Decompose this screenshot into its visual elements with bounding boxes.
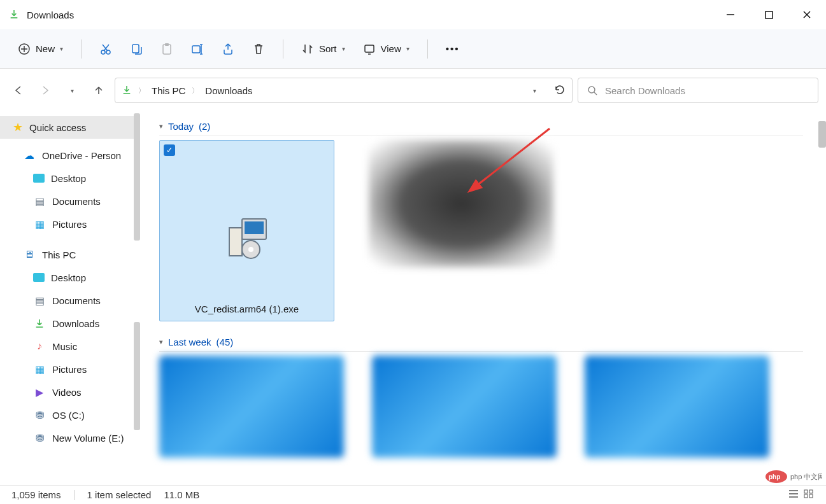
- new-button[interactable]: New ▾: [11, 36, 69, 62]
- sidebar-videos[interactable]: ▶ Videos: [0, 381, 139, 403]
- sidebar-desktop2[interactable]: Desktop: [0, 266, 139, 289]
- more-button[interactable]: •••: [439, 36, 466, 62]
- file-tile-selected[interactable]: ✓ VC_redist.arm64 (1).exe: [159, 140, 334, 321]
- search-icon: [587, 85, 597, 95]
- svg-text:php 中文网: php 中文网: [790, 473, 822, 480]
- svg-text:php: php: [769, 473, 780, 480]
- sort-label: Sort: [319, 43, 337, 54]
- svg-rect-6: [163, 45, 171, 54]
- checkbox-checked-icon[interactable]: ✓: [164, 144, 175, 156]
- sidebar-label: Videos: [52, 387, 82, 398]
- window-controls: [711, 0, 826, 29]
- share-button[interactable]: [215, 36, 241, 62]
- title-bar: Downloads: [0, 0, 826, 29]
- main-area: ★ Quick access ☁ OneDrive - Person Deskt…: [0, 112, 826, 485]
- chevron-right-icon: 〉: [138, 86, 145, 95]
- group-count: (45): [217, 337, 234, 347]
- breadcrumb-thispc[interactable]: This PC: [152, 85, 185, 96]
- chevron-down-icon: ▾: [159, 122, 163, 130]
- recent-dropdown[interactable]: ▾: [61, 80, 83, 101]
- chevron-down-icon: ▾: [342, 45, 345, 52]
- sidebar-os-drive[interactable]: ⛃ OS (C:): [0, 403, 139, 426]
- share-icon: [222, 43, 234, 55]
- document-icon: ▤: [33, 195, 46, 207]
- status-item-count: 1,059 items: [11, 489, 61, 500]
- chevron-down-icon: ▾: [71, 87, 74, 94]
- window-title: Downloads: [27, 10, 74, 20]
- address-dropdown[interactable]: ▾: [533, 87, 536, 94]
- status-size: 11.0 MB: [164, 489, 199, 500]
- svg-rect-19: [804, 494, 808, 498]
- sidebar-label: Desktop: [51, 173, 86, 184]
- pictures-icon: ▦: [33, 218, 46, 230]
- sidebar-documents[interactable]: ▤ Documents: [0, 190, 139, 213]
- sidebar-onedrive[interactable]: ☁ OneDrive - Person: [0, 144, 139, 167]
- sidebar-documents2[interactable]: ▤ Documents: [0, 289, 139, 312]
- sidebar-label: This PC: [42, 249, 76, 260]
- search-box[interactable]: Search Downloads: [578, 78, 818, 103]
- chevron-down-icon: ▾: [60, 45, 63, 52]
- rename-icon: [191, 43, 204, 55]
- clipboard-icon: [160, 43, 173, 55]
- search-placeholder: Search Downloads: [605, 85, 685, 96]
- copy-button[interactable]: [124, 36, 149, 62]
- toolbar-separator: [81, 39, 82, 59]
- delete-button[interactable]: [246, 36, 271, 62]
- file-tile-blurred[interactable]: [159, 356, 344, 458]
- svg-rect-9: [365, 45, 374, 52]
- document-icon: ▤: [33, 295, 46, 306]
- view-label: View: [381, 43, 401, 54]
- file-tile-blurred[interactable]: [585, 356, 769, 458]
- status-separator: [74, 490, 75, 500]
- file-tile-blurred[interactable]: [372, 356, 557, 458]
- minimize-button[interactable]: [711, 0, 750, 29]
- svg-rect-18: [809, 490, 813, 493]
- downloads-arrow-icon: [33, 318, 46, 329]
- sidebar-quick-access[interactable]: ★ Quick access: [0, 116, 139, 139]
- sidebar-label: Music: [52, 341, 77, 352]
- details-view-toggle[interactable]: [788, 489, 799, 501]
- sidebar-pictures2[interactable]: ▦ Pictures: [0, 358, 139, 381]
- sidebar-desktop[interactable]: Desktop: [0, 167, 139, 190]
- breadcrumb-downloads[interactable]: Downloads: [205, 85, 252, 96]
- sidebar-label: Desktop: [51, 272, 86, 283]
- address-bar[interactable]: 〉 This PC 〉 Downloads ▾: [115, 78, 573, 103]
- sidebar-newvolume[interactable]: ⛃ New Volume (E:): [0, 426, 139, 449]
- sidebar-downloads[interactable]: Downloads: [0, 312, 139, 335]
- status-selection: 1 item selected: [87, 489, 152, 500]
- close-button[interactable]: [788, 0, 826, 29]
- sidebar-thispc[interactable]: 🖥 This PC: [0, 243, 139, 266]
- content-scrollbar[interactable]: [818, 121, 826, 148]
- chevron-down-icon: ▾: [406, 45, 409, 52]
- new-label: New: [36, 43, 55, 54]
- rename-button[interactable]: [185, 36, 210, 62]
- sidebar-label: Pictures: [52, 219, 87, 230]
- downloads-arrow-icon: [122, 85, 132, 97]
- maximize-button[interactable]: [750, 0, 788, 29]
- sort-button[interactable]: Sort ▾: [295, 36, 352, 62]
- sidebar-pictures[interactable]: ▦ Pictures: [0, 213, 139, 235]
- up-button[interactable]: [88, 80, 110, 101]
- chevron-right-icon: 〉: [192, 86, 199, 95]
- sidebar-label: Quick access: [29, 122, 86, 133]
- svg-rect-8: [192, 46, 200, 53]
- forward-button[interactable]: [34, 80, 56, 101]
- music-icon: ♪: [33, 340, 46, 352]
- view-button[interactable]: View ▾: [357, 36, 416, 62]
- thumbnails-view-toggle[interactable]: [803, 489, 815, 501]
- sidebar-music[interactable]: ♪ Music: [0, 335, 139, 358]
- group-lastweek[interactable]: ▾ Last week (45): [159, 333, 803, 352]
- svg-rect-5: [132, 45, 139, 53]
- svg-rect-12: [245, 221, 264, 234]
- sort-icon: [301, 43, 314, 55]
- svg-point-3: [101, 50, 105, 54]
- cut-button[interactable]: [93, 36, 118, 62]
- navigation-pane: ★ Quick access ☁ OneDrive - Person Deskt…: [0, 112, 139, 485]
- back-button[interactable]: [8, 80, 29, 101]
- paste-button[interactable]: [154, 36, 180, 62]
- sidebar-label: OS (C:): [52, 410, 85, 421]
- svg-rect-17: [804, 490, 808, 493]
- svg-rect-20: [809, 494, 813, 498]
- refresh-button[interactable]: [554, 84, 566, 97]
- videos-icon: ▶: [33, 386, 46, 398]
